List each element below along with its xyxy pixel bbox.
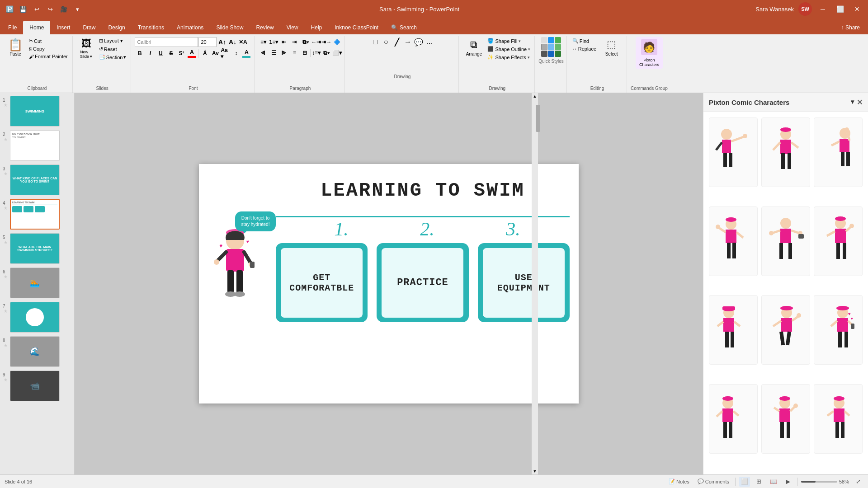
tab-insert[interactable]: Insert [50,21,76,34]
fit-slide-button[interactable]: ⤢ [853,477,863,487]
qs-cell-5[interactable] [548,44,554,50]
justify-button[interactable]: ≡ [289,48,299,58]
pixton-close-button[interactable]: ✕ [857,98,863,107]
text-case-button[interactable]: Aa ▾ [221,48,231,58]
shadow-button[interactable]: S² [176,48,186,58]
arrange-button[interactable]: ⧉ Arrange [462,37,485,58]
line-spacing-button[interactable]: ↕≡▾ [311,48,321,58]
slide-preview-3[interactable]: WHAT KIND OF PLACES CAN YOU GO TO SWIM? [10,164,60,195]
font-name-input[interactable] [135,37,198,47]
close-button[interactable]: ✕ [851,3,863,15]
record-button[interactable]: 🎥 [58,3,70,15]
shape-oval-button[interactable]: ○ [381,37,391,47]
pixton-char-6[interactable] [814,206,863,276]
pixton-char-9[interactable]: ♥ ♥ [814,295,863,365]
justify2-button[interactable]: ⊟ [300,48,310,58]
tab-view[interactable]: View [280,21,305,34]
pixton-char-5[interactable] [761,206,810,276]
tab-slideshow[interactable]: Slide Show [210,21,250,34]
slide-thumb-7[interactable]: 7 ★ [2,301,72,333]
tab-share[interactable]: ↑ Share [835,21,866,34]
slide-preview-4[interactable]: LEARNING TO SWIM [10,199,60,230]
underline-button[interactable]: U [156,48,165,58]
shape-callout-button[interactable]: 💬 [414,37,424,47]
section-button[interactable]: 📑 Section ▾ [97,53,128,61]
qs-cell-4[interactable] [541,44,547,50]
box-1-outer[interactable]: GET COMFORATBLE [276,243,368,322]
indent-less-button[interactable]: ⇤ [279,37,289,47]
bullets-button[interactable]: ≡▾ [258,37,268,47]
shape-line-button[interactable]: ╱ [392,37,402,47]
numbering-button[interactable]: 1≡▾ [269,37,278,47]
shape-outline-button[interactable]: ⬛ Shape Outline ▾ [486,45,532,53]
qs-cell-1[interactable] [541,37,547,43]
tab-home[interactable]: Home [23,21,50,34]
pixton-dropdown-button[interactable]: ▾ [851,98,854,107]
shape-arrow-button[interactable]: → [403,37,413,47]
reading-view-button[interactable]: 📖 [768,477,779,487]
char-spacing-button[interactable]: Av [210,48,220,58]
slide-preview-7[interactable] [10,302,60,333]
box-2-outer[interactable]: PRACTICE [377,243,468,322]
tab-inknoe[interactable]: Inknoe ClassPoint [328,21,385,34]
rtl-button[interactable]: ←⇥ [311,37,321,47]
pixton-char-4[interactable] [709,206,758,276]
font-shrink-button[interactable]: A↓ [227,37,237,47]
font-color-dropdown[interactable]: A [187,48,197,58]
clear-format-button[interactable]: ✕A [238,37,248,47]
slide-preview-2[interactable]: DO YOU KNOW HOW TO SWIM? [10,130,60,161]
box-3-outer[interactable]: USE EQUIPMENT [478,243,570,322]
pixton-char-11[interactable] [761,384,810,454]
comments-button[interactable]: 💬 Comments [695,478,731,485]
slide-thumb-9[interactable]: 9 ★ 📹 [2,370,72,402]
qs-cell-7[interactable] [541,51,547,57]
qs-cell-9[interactable] [555,51,561,57]
align-right-button[interactable]: ⫸ [279,48,289,58]
redo-button[interactable]: ↪ [44,3,56,15]
undo-button[interactable]: ↩ [31,3,42,15]
pixton-char-8[interactable] [761,295,810,365]
slide-preview-1[interactable]: SWIMMING [10,96,60,127]
customize-button[interactable]: ▾ [71,3,83,15]
slide-thumb-2[interactable]: 2 ★ DO YOU KNOW HOW TO SWIM? [2,129,72,162]
scroll-up-button[interactable]: ▲ [532,93,538,99]
ltr-button[interactable]: ⇥→ [321,37,331,47]
font-grow-button[interactable]: A↑ [217,37,227,47]
font-color-button2[interactable]: A [241,48,251,58]
align-left-button[interactable]: ⫷ [258,48,268,58]
notes-button[interactable]: 📝 Notes [666,478,692,485]
find-button[interactable]: 🔍 Find [571,37,598,45]
slide-thumb-6[interactable]: 6 ★ 🏊 [2,267,72,299]
slide-thumb-8[interactable]: 8 ★ 🌊 [2,335,72,368]
maximize-button[interactable]: ⬜ [834,3,846,15]
tab-design[interactable]: Design [102,21,131,34]
new-slide-button[interactable]: 🖼 NewSlide ▾ [76,37,96,61]
tab-search[interactable]: 🔍 Search [385,21,423,34]
indent-more-button[interactable]: ⇥ [289,37,299,47]
cut-button[interactable]: ✂ Cut [27,37,70,45]
tab-review[interactable]: Review [250,21,280,34]
shape-fill-button[interactable]: 🪣 Shape Fill ▾ [486,37,532,45]
pixton-char-3[interactable] [814,117,863,187]
normal-view-button[interactable]: ⬜ [739,477,750,487]
pixton-char-12[interactable] [814,384,863,454]
slide-sorter-button[interactable]: ⊞ [754,477,764,487]
tab-animations[interactable]: Animations [170,21,210,34]
paste-button[interactable]: 📋 Paste [5,37,26,58]
slide-thumb-1[interactable]: 1 ★ SWIMMING [2,95,72,127]
shape-effects-button[interactable]: ✨ Shape Effects ▾ [486,53,532,61]
slideshow-view-button[interactable]: ▶ [783,477,793,487]
slide-preview-9[interactable]: 📹 [10,371,60,401]
slide-thumb-3[interactable]: 3 ★ WHAT KIND OF PLACES CAN YOU GO TO SW… [2,164,72,196]
user-avatar[interactable]: SW [798,2,812,16]
bold-button[interactable]: B [135,48,145,58]
font-size-input[interactable] [198,37,217,47]
qs-cell-6[interactable] [555,44,561,50]
slide-thumb-4[interactable]: 4 ★ LEARNING TO SWIM [2,198,72,230]
qs-cell-8[interactable] [548,51,554,57]
shape-more-button[interactable]: … [425,37,434,47]
zoom-slider[interactable] [801,481,837,483]
slide-preview-5[interactable]: WHAT ARE THE MAIN SWIMMING STROKES? [10,233,60,264]
tab-draw[interactable]: Draw [76,21,102,34]
pixton-char-1[interactable] [709,117,758,187]
